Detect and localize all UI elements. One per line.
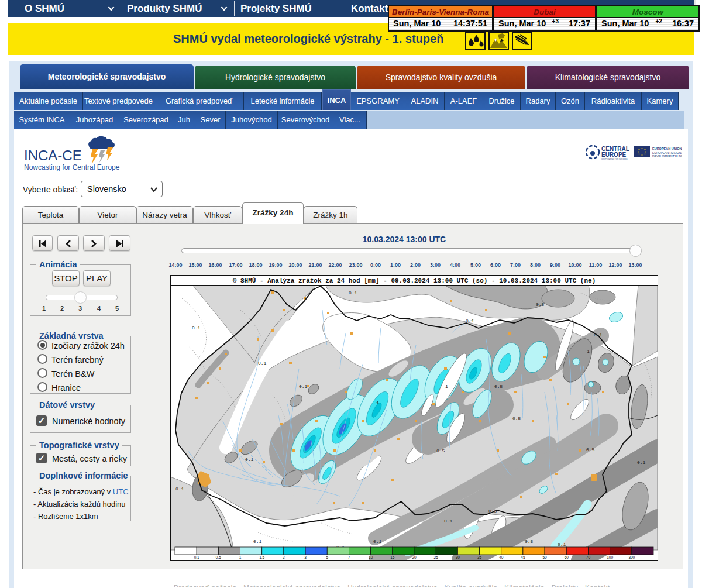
svg-text:0.5: 0.5 — [436, 448, 445, 453]
svg-text:100: 100 — [607, 555, 613, 559]
svg-text:300: 300 — [628, 555, 635, 559]
svg-text:7: 7 — [348, 555, 350, 559]
svg-text:0.1: 0.1 — [594, 332, 603, 338]
svg-text:0.5: 0.5 — [512, 416, 521, 421]
svg-text:0.5: 0.5 — [488, 508, 497, 514]
svg-text:35: 35 — [477, 555, 482, 559]
svg-text:EUROPE: EUROPE — [601, 152, 627, 158]
svg-text:0.1: 0.1 — [373, 539, 382, 544]
svg-text:EUROPEAN UNION: EUROPEAN UNION — [652, 147, 682, 150]
svg-text:30: 30 — [456, 555, 460, 559]
svg-text:0.1: 0.1 — [637, 460, 646, 465]
svg-text:1: 1 — [587, 349, 590, 354]
svg-text:0.5: 0.5 — [536, 302, 545, 307]
svg-text:20: 20 — [412, 555, 417, 559]
svg-text:1: 1 — [376, 400, 379, 405]
svg-text:0.1: 0.1 — [299, 384, 308, 389]
svg-text:0.1: 0.1 — [349, 290, 357, 295]
svg-text:0.5: 0.5 — [494, 384, 503, 389]
svg-text:0.1: 0.1 — [558, 542, 566, 547]
svg-text:1.5: 1.5 — [259, 555, 264, 559]
svg-text:25: 25 — [434, 555, 439, 559]
svg-text:5: 5 — [326, 555, 328, 559]
svg-text:2: 2 — [283, 555, 285, 559]
svg-text:0.5: 0.5 — [525, 539, 534, 544]
svg-text:0.1: 0.1 — [258, 360, 267, 366]
svg-text:DEVELOPMENT FUND: DEVELOPMENT FUND — [652, 154, 682, 158]
svg-text:0.1: 0.1 — [245, 457, 254, 462]
svg-text:COOPERATING FOR SUCCESS: COOPERATING FOR SUCCESS — [601, 158, 627, 160]
svg-text:0.1: 0.1 — [444, 518, 453, 524]
svg-text:70: 70 — [586, 555, 591, 559]
svg-text:50: 50 — [542, 555, 547, 559]
svg-text:0.1: 0.1 — [466, 318, 474, 324]
svg-text:3: 3 — [304, 555, 307, 559]
svg-text:1: 1 — [239, 555, 242, 559]
svg-text:0.1: 0.1 — [194, 555, 199, 559]
svg-text:© SHMÚ - Analýza zrážok za 24: © SHMÚ - Analýza zrážok za 24 hod [mm] -… — [233, 277, 596, 284]
svg-text:0.1: 0.1 — [176, 486, 184, 491]
svg-text:40: 40 — [499, 555, 504, 559]
svg-text:0.5: 0.5 — [216, 555, 221, 559]
svg-text:0.5: 0.5 — [586, 447, 595, 452]
svg-text:10: 10 — [369, 555, 373, 559]
svg-text:15: 15 — [390, 555, 395, 559]
svg-text:45: 45 — [521, 555, 525, 559]
svg-text:0.1: 0.1 — [253, 539, 262, 544]
svg-text:60: 60 — [565, 555, 569, 559]
svg-text:1: 1 — [445, 384, 448, 389]
svg-text:0.1: 0.1 — [192, 325, 201, 331]
